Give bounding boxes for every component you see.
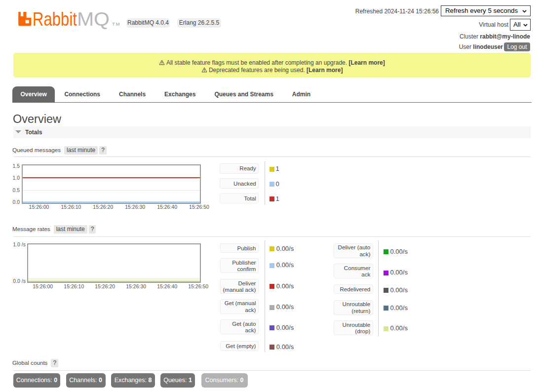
svg-text:TM: TM (112, 22, 120, 27)
svg-text:MQ: MQ (77, 8, 110, 30)
svg-text:Rabbit: Rabbit (33, 8, 77, 30)
